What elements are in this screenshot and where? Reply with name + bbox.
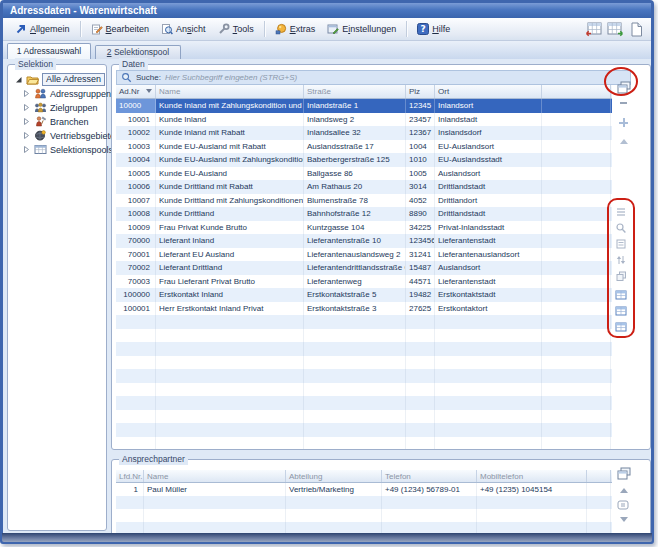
menu-item-extras[interactable]: Extras xyxy=(269,20,322,38)
tree-item-alle-adressen[interactable]: Alle Adressen xyxy=(14,73,105,86)
tab-adressauswahl[interactable]: 1 Adressauswahl xyxy=(7,43,91,59)
column-chooser-button[interactable] xyxy=(616,466,632,480)
empty-cell xyxy=(435,356,542,370)
empty-cell xyxy=(156,437,304,450)
cell: 3014 xyxy=(406,180,435,194)
table-row[interactable]: 10000Kunde Inland mit Zahlungskondition … xyxy=(116,99,612,113)
empty-cell xyxy=(542,329,611,343)
table-row[interactable]: 100001Herr Erstkontakt Inland PrivatErst… xyxy=(116,302,612,316)
grid-copy-button[interactable] xyxy=(614,269,628,283)
table-row[interactable]: 10004Kunde EU-Ausland mit Zahlungskondit… xyxy=(116,153,612,167)
expand-icon[interactable] xyxy=(22,131,31,140)
collapse-icon[interactable] xyxy=(14,75,23,84)
empty-row[interactable] xyxy=(116,509,612,522)
menu-item-allgemein[interactable]: Allgemein xyxy=(9,20,76,38)
table-row[interactable]: 10009Frau Privat Kunde BruttoKuntzgasse … xyxy=(116,221,612,235)
cell: Kunde Inland xyxy=(156,113,304,127)
menu-item-ansicht[interactable]: Ansicht xyxy=(155,20,212,38)
table-row[interactable]: 70002Lieferant DrittlandLieferantendritt… xyxy=(116,261,612,275)
cell: Lieferant EU Ausland xyxy=(156,248,304,262)
grid-view-2-button[interactable] xyxy=(614,304,628,318)
column-chooser-button[interactable] xyxy=(616,80,632,94)
tree-item-adressgruppen[interactable]: Adressgruppen xyxy=(22,87,111,100)
column-header[interactable]: Abteilung xyxy=(286,470,382,482)
scroll-plus-button[interactable] xyxy=(618,117,629,128)
cell: Privat-Inlandsstadt xyxy=(435,221,542,235)
column-header[interactable]: Ad.Nr xyxy=(116,85,156,98)
grid-view-3-button[interactable] xyxy=(614,320,628,334)
table-row[interactable]: 70003Frau Lieferant Privat BruttoLiefera… xyxy=(116,275,612,289)
column-header[interactable]: Lfd.Nr. xyxy=(116,470,144,482)
tree-item-zielgruppen[interactable]: Zielgruppen xyxy=(22,101,98,114)
column-header[interactable]: Ort xyxy=(435,85,542,98)
new-document-icon[interactable] xyxy=(629,22,643,37)
empty-row[interactable] xyxy=(116,437,612,450)
menu-item-einstellungen[interactable]: Einstellungen xyxy=(321,20,402,38)
expand-icon[interactable] xyxy=(22,145,31,154)
column-header[interactable]: Telefon xyxy=(382,470,477,482)
empty-row[interactable] xyxy=(116,383,612,397)
cell: Lieferantenstadt xyxy=(435,234,542,248)
empty-row[interactable] xyxy=(116,342,612,356)
cell: 10004 xyxy=(116,153,156,167)
arrow-ne-icon xyxy=(15,23,27,35)
column-header[interactable]: Name xyxy=(156,85,304,98)
table-row[interactable]: 10005Kunde EU-AuslandBallgasse 861005Aus… xyxy=(116,167,612,181)
empty-cell xyxy=(542,315,611,329)
table-export-icon[interactable] xyxy=(607,22,624,37)
tab-selektionspool[interactable]: 2 Selektionspool xyxy=(95,45,181,59)
scroll-up-button[interactable] xyxy=(618,137,629,145)
resize-grip-button[interactable] xyxy=(616,499,630,511)
table-row[interactable]: 10003Kunde EU-Ausland mit RabattAuslands… xyxy=(116,140,612,154)
scroll-minus-button[interactable] xyxy=(616,99,630,107)
search-input[interactable]: Suche: Hier Suchbegriff eingeben (STRG+S… xyxy=(116,70,631,85)
table-row[interactable]: 10002Kunde Inland mit RabattInlandsallee… xyxy=(116,126,612,140)
column-header[interactable]: Plz xyxy=(406,85,435,98)
empty-row[interactable] xyxy=(116,315,612,329)
menu-item-tools[interactable]: Tools xyxy=(212,20,260,38)
tree-item-vertriebsgebiete[interactable]: Vertriebsgebiete xyxy=(22,129,115,142)
empty-row[interactable] xyxy=(116,356,612,370)
table-row[interactable]: 70001Lieferant EU AuslandLieferantenausl… xyxy=(116,248,612,262)
empty-row[interactable] xyxy=(116,496,612,509)
empty-row[interactable] xyxy=(116,410,612,424)
target-groups-icon xyxy=(34,102,47,113)
table-row[interactable]: 100000Erstkontakt InlandErstkontaktstraß… xyxy=(116,288,612,302)
table-row[interactable]: 70000Lieferant InlandLieferantenstraße 1… xyxy=(116,234,612,248)
column-header[interactable]: Name xyxy=(144,470,286,482)
scroll-up-button[interactable] xyxy=(618,486,629,494)
grid-list-button[interactable] xyxy=(614,205,628,219)
tree-item-branchen[interactable]: Branchen xyxy=(22,115,89,128)
header-row: Lfd.Nr.NameAbteilungTelefonMobiltelefon xyxy=(116,470,612,483)
table-row[interactable]: 10008Kunde DrittlandBahnhofstraße 128890… xyxy=(116,207,612,221)
table-row[interactable]: 10006Kunde Drittland mit RabattAm Rathau… xyxy=(116,180,612,194)
empty-cell xyxy=(542,369,611,383)
address-table: Ad.NrNameStraßePlzOrt10000Kunde Inland m… xyxy=(116,85,612,449)
empty-row[interactable] xyxy=(116,423,612,437)
grid-sort-button[interactable] xyxy=(614,253,628,267)
empty-cell xyxy=(304,342,406,356)
expand-icon[interactable] xyxy=(22,89,31,98)
list-icon xyxy=(615,206,627,218)
daten-groupbox: Daten Suche: Hier Suchbegriff eingeben (… xyxy=(111,64,651,450)
scroll-down-button[interactable] xyxy=(618,515,629,523)
tree-item-selektionspools[interactable]: Selektionspools xyxy=(22,143,113,156)
table-import-icon[interactable] xyxy=(585,22,602,37)
expand-icon[interactable] xyxy=(22,103,31,112)
menu-item-bearbeiten[interactable]: Bearbeiten xyxy=(85,20,156,38)
grid-search-button[interactable] xyxy=(614,221,628,235)
expand-icon[interactable] xyxy=(22,117,31,126)
table-row[interactable]: 1Paul MüllerVertrieb/Marketing+49 (1234)… xyxy=(116,483,612,496)
grid-details-button[interactable] xyxy=(614,237,628,251)
empty-row[interactable] xyxy=(116,329,612,343)
tree-root-label[interactable]: Alle Adressen xyxy=(42,73,105,86)
table-row[interactable]: 10001Kunde InlandInlandsweg 223457Inland… xyxy=(116,113,612,127)
column-header[interactable]: Mobiltelefon xyxy=(477,470,587,482)
table-row[interactable]: 10007Kunde Drittland mit Zahlungskonditi… xyxy=(116,194,612,208)
empty-row[interactable] xyxy=(116,369,612,383)
menu-item-hilfe[interactable]: ? Hilfe xyxy=(411,20,456,38)
cell: Lieferantenauslandsweg 2 xyxy=(304,248,406,262)
grid-view-1-button[interactable] xyxy=(614,288,628,302)
empty-row[interactable] xyxy=(116,396,612,410)
column-header[interactable]: Straße xyxy=(304,85,406,98)
